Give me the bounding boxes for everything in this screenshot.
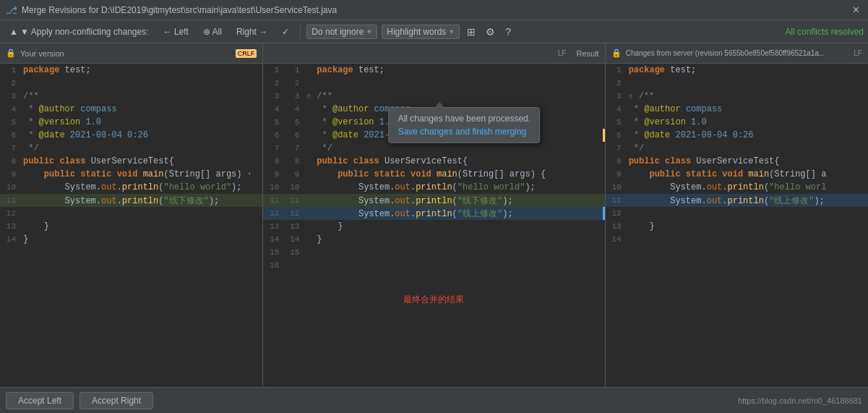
separator-1	[300, 25, 301, 39]
table-row: 13 }	[0, 220, 262, 233]
left-pane-body[interactable]: 1 package test; 2 3 /** 4 * @author comp…	[0, 64, 262, 387]
table-row: 14 }	[0, 233, 262, 246]
watermark: https://blog.csdn.net/m0_46188681	[738, 396, 862, 405]
check-icon-button[interactable]: ✓	[277, 25, 294, 39]
down-arrow-icon: ▼	[20, 27, 29, 37]
table-row: 9 public static void main(String[] a	[606, 168, 868, 181]
window-title: Merge Revisions for D:\IDE2019\gitmytest…	[22, 5, 337, 15]
tooltip-save-link[interactable]: Save changes and finish merging	[398, 127, 530, 137]
table-row: 10 System.out.println("hello world");	[0, 181, 262, 194]
left-pane-header: 🔒 Your version CRLF	[0, 43, 262, 64]
table-row: 10 10 System.out.println("hello world");	[263, 181, 604, 194]
table-row: 9 public static void main(String[] args)…	[0, 168, 262, 181]
all-button[interactable]: ⊕ All	[198, 25, 227, 39]
result-label: Result	[576, 49, 598, 58]
center-pane-header: LF Result	[263, 43, 604, 64]
table-row: 2 2	[263, 77, 604, 90]
lock-icon-left: 🔒	[6, 48, 16, 58]
final-merge-label: 最终合并的结果	[263, 294, 604, 306]
lock-icon-right: 🔒	[611, 48, 622, 58]
tooltip-arrow	[434, 102, 444, 108]
bottom-bar: Accept Left Accept Right https://blog.cs…	[0, 387, 868, 413]
up-arrow-icon: ▲	[9, 27, 18, 37]
center-pane-body[interactable]: All changes have been processed. Save ch…	[263, 64, 604, 387]
table-row: 5 * @version 1.0	[0, 116, 262, 129]
table-row: 8 public class UserServiceTest{	[0, 155, 262, 168]
lf-label: LF	[558, 49, 567, 57]
right-code-area: 1 package test; 2 3 ≡ /** 4 * @author co…	[606, 64, 868, 387]
left-pane: 🔒 Your version CRLF 1 package test; 2 3 …	[0, 43, 263, 387]
all-conflicts-label: All conflicts resolved	[785, 27, 864, 37]
table-row: 12	[0, 207, 262, 220]
table-row: 13 13 }	[263, 220, 604, 233]
table-row: 16	[263, 259, 604, 272]
apply-changes-button[interactable]: ▲ ▼ Apply non-conflicting changes:	[4, 25, 154, 39]
table-row: 10 System.out.println("hello worl	[606, 181, 868, 194]
right-pane-header: 🔒 Changes from server (revision 5655b0e8…	[606, 43, 868, 64]
right-pane-title: Changes from server (revision 5655b0e850…	[626, 49, 825, 57]
tooltip-line1: All changes have been processed.	[398, 114, 530, 124]
table-row: 3 /**	[0, 90, 262, 103]
table-row: 7 */	[606, 142, 868, 155]
right-pane-body[interactable]: 1 package test; 2 3 ≡ /** 4 * @author co…	[606, 64, 868, 387]
table-row: 4 * @author compass	[606, 103, 868, 116]
table-row: 2	[606, 77, 868, 90]
table-row: 9 9 public static void main(String[] arg…	[263, 168, 604, 181]
ignore-dropdown[interactable]: Do not ignore ▼	[306, 25, 377, 39]
table-row: 8 8 public class UserServiceTest{	[263, 155, 604, 168]
accept-right-button[interactable]: Accept Right	[80, 392, 153, 409]
toolbar: ▲ ▼ Apply non-conflicting changes: ← Lef…	[0, 20, 868, 43]
table-row: 14	[606, 233, 868, 246]
table-row: 11 System.out.println("线上修改");	[606, 194, 868, 207]
table-row: 8 public class UserServiceTest{	[606, 155, 868, 168]
table-row: 12	[606, 207, 868, 220]
table-row: 11 11 System.out.println("线下修改");	[263, 194, 604, 207]
table-row: 1 1 package test;	[263, 64, 604, 77]
table-row: 15 15	[263, 246, 604, 259]
settings-icon-button[interactable]: ⚙	[483, 25, 498, 39]
change-indicator	[603, 129, 605, 142]
left-pane-title: Your version	[20, 49, 64, 58]
table-row: 7 7 */	[263, 142, 604, 155]
table-row: 2	[0, 77, 262, 90]
table-row: 12 12 System.out.println("线上修改");	[263, 207, 604, 220]
left-button[interactable]: ← Left	[158, 25, 194, 39]
table-row: 13 }	[606, 220, 868, 233]
help-icon-button[interactable]: ?	[502, 25, 514, 39]
table-row: 5 * @version 1.0	[606, 116, 868, 129]
highlight-dropdown[interactable]: Highlight words ▼	[382, 25, 460, 39]
tooltip: All changes have been processed. Save ch…	[389, 107, 540, 143]
table-row: 7 */	[0, 142, 262, 155]
left-code-area: 1 package test; 2 3 /** 4 * @author comp…	[0, 64, 262, 387]
columns-icon-button[interactable]: ⊞	[464, 25, 478, 39]
close-button[interactable]: ×	[850, 4, 862, 17]
blue-indicator	[603, 207, 605, 220]
table-row: 14 14 }	[263, 233, 604, 246]
table-row: 11 System.out.println("线下修改");	[0, 194, 262, 207]
right-button[interactable]: Right →	[231, 25, 272, 39]
table-row: 3 3 ≡ /**	[263, 90, 604, 103]
dropdown-arrow-icon-2: ▼	[448, 28, 455, 35]
right-pane: 🔒 Changes from server (revision 5655b0e8…	[606, 43, 868, 387]
crlf-badge: CRLF	[236, 49, 257, 58]
table-row: 6 * @date 2021-08-04 0:26	[0, 129, 262, 142]
table-row: 3 ≡ /**	[606, 90, 868, 103]
table-row: 1 package test;	[606, 64, 868, 77]
merge-icon: ⎇	[6, 4, 17, 16]
center-pane: LF Result All changes have been processe…	[263, 43, 605, 387]
main-content: 🔒 Your version CRLF 1 package test; 2 3 …	[0, 43, 868, 387]
title-bar: ⎇ Merge Revisions for D:\IDE2019\gitmyte…	[0, 0, 868, 20]
right-lf-badge: LF	[854, 49, 862, 57]
dropdown-arrow-icon: ▼	[366, 28, 372, 35]
table-row: 4 * @author compass	[0, 103, 262, 116]
table-row: 1 package test;	[0, 64, 262, 77]
table-row: 6 * @date 2021-08-04 0:26	[606, 129, 868, 142]
accept-left-button[interactable]: Accept Left	[6, 392, 74, 409]
